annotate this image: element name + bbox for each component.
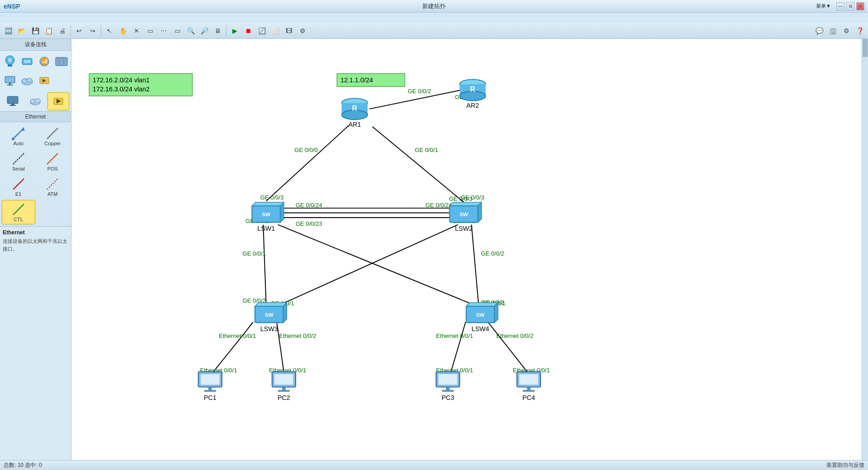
node-AR1[interactable]: R AR1 [342,98,368,128]
saveas-button[interactable]: 📋 [42,24,55,37]
select-button[interactable]: ↖ [103,24,116,37]
cable-ctl[interactable]: CTL [2,200,35,224]
svg-text:GE 0/0/3: GE 0/0/3 [260,194,284,201]
atm-cable-icon [45,177,60,191]
close-button[interactable]: ✕ [856,2,864,10]
scrollbar-thumb[interactable] [863,39,868,57]
svg-line-60 [472,225,479,304]
drag-button[interactable]: ✋ [117,24,129,37]
svg-text:GE 0/0/23: GE 0/0/23 [296,220,322,227]
svg-rect-2 [8,65,12,66]
cable-section-header: Ethernet [0,111,71,122]
rect-button[interactable]: ▭ [171,24,184,37]
gear-right-button[interactable]: ⚙ [840,24,853,37]
svg-point-27 [12,138,14,140]
svg-text:R: R [8,58,12,63]
svg-rect-19 [11,104,14,105]
device-router[interactable]: R [2,52,18,71]
svg-text:172.16.3.0/24 vlan2: 172.16.3.0/24 vlan2 [93,85,150,93]
canvas-area[interactable]: 172.16.2.0/24 vlan1 172.16.3.0/24 vlan2 … [71,39,868,460]
svg-line-34 [13,204,24,215]
custom-icon: ▶ [38,74,51,87]
delete-button[interactable]: ✕ [130,24,143,37]
svg-rect-126 [527,387,531,390]
svg-line-46 [373,127,464,202]
device-pc[interactable] [2,71,18,90]
cable-e1[interactable]: E1 [2,175,35,199]
device-wireless[interactable]: 📶 [36,52,52,71]
device-cloud2[interactable] [24,92,46,110]
svg-text:GE 0/0/24: GE 0/0/24 [296,202,322,209]
info-panel: Ethernet 连接设备的以太网和千兆以太接口。 [0,226,71,460]
area-select-button[interactable]: ▭ [144,24,156,37]
new-button[interactable]: 🆕 [2,24,14,37]
device-switch[interactable]: SW [19,52,35,71]
svg-text:GE 0/0/3: GE 0/0/3 [461,194,484,201]
node-LSW3[interactable]: SW LSW3 [255,303,287,332]
dots-button[interactable]: ⋯ [157,24,170,37]
sep2 [101,25,101,36]
undo-button[interactable]: ↩ [73,24,85,37]
device-cloud[interactable] [19,71,35,90]
svg-line-43 [266,125,349,201]
svg-text:▶: ▶ [42,78,46,83]
node-LSW1[interactable]: SW LSW1 [252,202,283,232]
node-AR2[interactable]: R AR2 [460,80,486,109]
settings-button[interactable]: ⚙ [296,24,309,37]
svg-rect-121 [446,387,450,390]
zoomin-button[interactable]: 🔍 [184,24,197,37]
capture-button[interactable]: ⬜ [269,24,282,37]
svg-text:12.1.1.0/24: 12.1.1.0/24 [340,76,373,84]
node-PC1[interactable]: PC1 [198,372,222,402]
stop-button[interactable]: ⏹ [242,24,255,37]
device-custom[interactable]: ▶ [36,71,52,90]
help-button[interactable]: ❓ [854,24,866,37]
node-LSW4[interactable]: SW LSW4 [466,303,498,332]
vertical-scrollbar[interactable] [862,39,868,460]
svg-text:LSW4: LSW4 [472,325,489,332]
open-button[interactable]: 📂 [15,24,28,37]
cable-serial[interactable]: Serial [2,149,35,174]
topology-svg: 172.16.2.0/24 vlan1 172.16.3.0/24 vlan2 … [71,39,868,460]
huawei-button[interactable]: 🏢 [826,24,839,37]
node-LSW2[interactable]: SW LSW2 [450,202,481,232]
redo-button[interactable]: ↪ [86,24,99,37]
svg-text:Ethernet 0/0/2: Ethernet 0/0/2 [279,332,316,339]
refresh-button[interactable]: 🔄 [255,24,268,37]
router-icon: R [3,55,17,68]
zoomout-button[interactable]: 🔎 [198,24,211,37]
window-title: 新建拓扑 [422,2,446,10]
device-grid: R SW 📶 [0,51,71,91]
serial-cable-icon [11,152,26,166]
monitor-button[interactable]: 🖥 [212,24,224,37]
minimize-button[interactable]: — [836,2,844,10]
node-PC4[interactable]: PC4 [517,372,540,402]
restore-button[interactable]: ⧉ [846,2,854,10]
node-PC3[interactable]: PC3 [436,372,460,402]
svg-line-32 [13,179,24,190]
chat-button[interactable]: 💬 [813,24,826,37]
device-monitor[interactable] [2,92,24,110]
titlebar: eNSP 新建拓扑 菜单▼ — ⧉ ✕ [0,0,868,13]
start-button[interactable]: ▶ [228,24,241,37]
record-button[interactable]: 🎞 [283,24,295,37]
cable-pos[interactable]: POS [36,149,70,174]
svg-point-23 [35,99,40,103]
cable-auto[interactable]: Auto [2,124,35,148]
svg-rect-117 [278,390,290,392]
cable-atm[interactable]: ATM [36,175,70,199]
menu-btn[interactable]: 菜单▼ [812,2,835,10]
save-button[interactable]: 💾 [29,24,42,37]
svg-rect-118 [274,374,293,385]
svg-text:PC4: PC4 [523,394,535,401]
titlebar-left: eNSP [0,3,20,10]
device-custom2[interactable]: ▶ [47,92,69,110]
cable-copper[interactable]: Copper [36,124,70,148]
cable-grid: Auto Copper Serial POS [0,122,71,226]
print-button[interactable]: 🖨 [56,24,69,37]
device-cluster[interactable] [53,52,70,71]
node-PC2[interactable]: PC2 [272,372,296,402]
panel-header: 设备连线 [0,39,71,51]
svg-text:Ethernet 0/0/2: Ethernet 0/0/2 [496,332,533,339]
svg-rect-18 [7,96,18,104]
